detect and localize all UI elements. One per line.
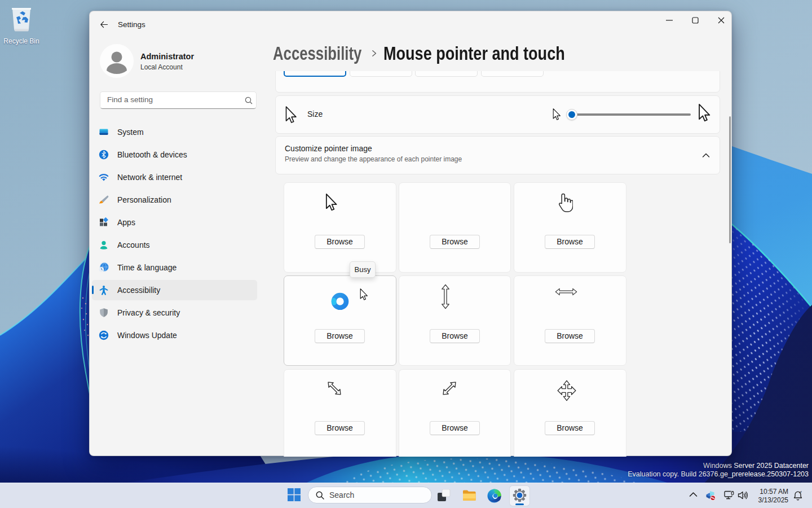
svg-text:z: z xyxy=(801,491,802,493)
